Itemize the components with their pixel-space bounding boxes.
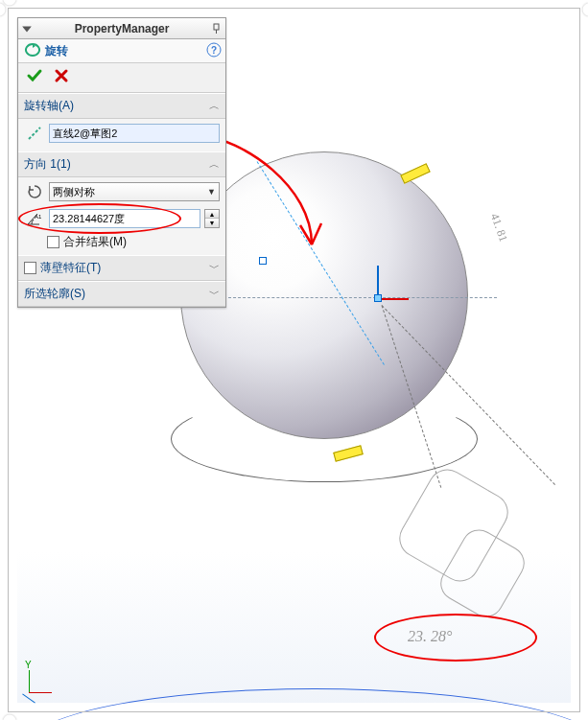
svg-text:?: ? bbox=[211, 45, 217, 56]
stamp-edge bbox=[0, 0, 12, 720]
chevron-up-icon: ︿ bbox=[209, 99, 220, 113]
section-header-direction[interactable]: 方向 1(1) ︿ bbox=[18, 151, 225, 177]
property-manager-panel: PropertyManager 旋转 ? 旋转轴(A) ︿ bbox=[17, 17, 226, 308]
revolve-icon bbox=[24, 42, 41, 59]
dimension-label[interactable]: 23. 28° bbox=[408, 628, 452, 645]
svg-rect-0 bbox=[214, 24, 219, 30]
dropdown-value: 两侧对称 bbox=[53, 185, 95, 199]
reverse-direction-button[interactable] bbox=[24, 184, 45, 199]
spinner-up-button[interactable]: ▲ bbox=[205, 210, 219, 219]
section-body-axis bbox=[18, 119, 225, 151]
panel-titlebar: PropertyManager bbox=[18, 18, 225, 39]
pin-button[interactable] bbox=[208, 20, 225, 37]
ok-button[interactable] bbox=[26, 67, 43, 88]
angle-icon: A1 bbox=[24, 211, 45, 226]
axis-input[interactable] bbox=[49, 124, 220, 143]
panel-title: PropertyManager bbox=[35, 22, 208, 35]
panel-menu-button[interactable] bbox=[18, 20, 35, 37]
chevron-down-icon: ﹀ bbox=[209, 287, 220, 301]
section-label: 薄壁特征(T) bbox=[40, 260, 101, 276]
x-axis-icon bbox=[29, 692, 52, 693]
cancel-button[interactable] bbox=[53, 67, 70, 88]
caret-down-icon: ▼ bbox=[207, 187, 216, 197]
chevron-up-icon: ︿ bbox=[209, 157, 220, 172]
section-body-direction: 两侧对称 ▼ A1 ▲ ▼ 合并结果(M) bbox=[18, 177, 225, 255]
help-button[interactable]: ? bbox=[206, 42, 222, 58]
section-header-thin[interactable]: 薄壁特征(T) ﹀ bbox=[18, 255, 225, 281]
stamp-edge bbox=[576, 0, 588, 720]
stamp-edge bbox=[0, 0, 588, 12]
y-axis-icon bbox=[29, 670, 30, 693]
angle-spinner[interactable]: ▲ ▼ bbox=[204, 209, 220, 228]
merge-result-checkbox[interactable] bbox=[47, 236, 59, 248]
end-condition-dropdown[interactable]: 两侧对称 ▼ bbox=[49, 182, 220, 201]
section-label: 旋转轴(A) bbox=[24, 98, 74, 114]
spinner-down-button[interactable]: ▼ bbox=[205, 219, 219, 227]
angle-input[interactable] bbox=[49, 209, 200, 228]
feature-name: 旋转 bbox=[45, 43, 68, 59]
axis-icon bbox=[24, 126, 45, 141]
section-header-contours[interactable]: 所选轮廓(S) ﹀ bbox=[18, 281, 225, 307]
y-axis-label: Y bbox=[25, 660, 32, 670]
svg-text:A1: A1 bbox=[35, 214, 42, 220]
feature-header: 旋转 ? bbox=[18, 39, 225, 63]
svg-line-4 bbox=[29, 128, 40, 139]
merge-result-label: 合并结果(M) bbox=[63, 234, 127, 250]
section-header-axis[interactable]: 旋转轴(A) ︿ bbox=[18, 93, 225, 119]
section-label: 所选轮廓(S) bbox=[24, 286, 85, 302]
chevron-down-icon: ﹀ bbox=[209, 261, 220, 275]
annotation-circle-icon bbox=[374, 614, 537, 662]
section-label: 方向 1(1) bbox=[24, 156, 71, 173]
thin-feature-checkbox[interactable] bbox=[24, 262, 36, 274]
stamp-edge bbox=[0, 708, 588, 720]
action-row bbox=[18, 63, 225, 93]
